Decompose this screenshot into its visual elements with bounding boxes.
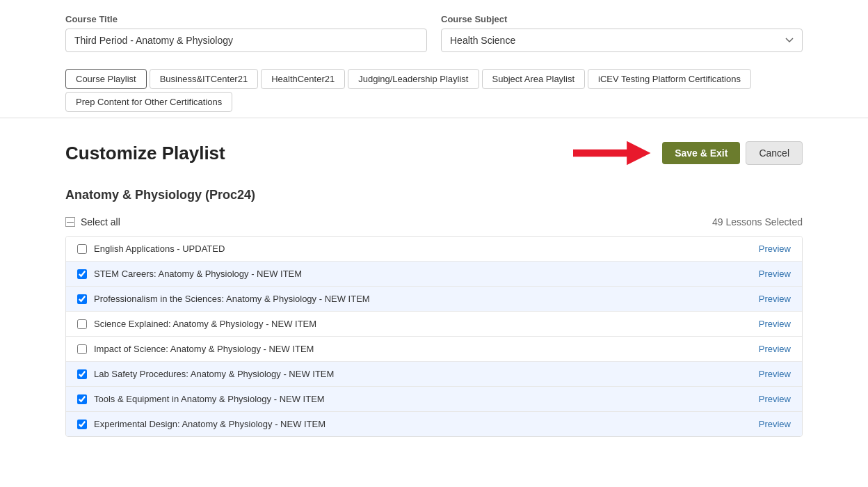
lesson-name: Impact of Science: Anatomy & Physiology … <box>94 344 314 354</box>
select-all-checkbox[interactable] <box>65 217 75 227</box>
lesson-left: Lab Safety Procedures: Anatomy & Physiol… <box>77 369 334 379</box>
arrow-indicator <box>573 132 657 174</box>
title-label: Course Title <box>65 14 427 24</box>
preview-link[interactable]: Preview <box>759 369 791 379</box>
lesson-checkbox[interactable] <box>77 369 87 379</box>
lesson-left: English Applications - UPDATED <box>77 244 225 254</box>
cancel-button[interactable]: Cancel <box>746 141 803 165</box>
lesson-left: Professionalism in the Sciences: Anatomy… <box>77 294 370 304</box>
preview-link[interactable]: Preview <box>759 319 791 329</box>
lesson-checkbox[interactable] <box>77 344 87 354</box>
lesson-name: Tools & Equipment in Anatomy & Physiolog… <box>94 394 325 404</box>
top-section: Course Title Course Subject Health Scien… <box>0 0 868 52</box>
playlist-header: Customize Playlist Save & Exit Cancel <box>65 132 803 174</box>
lesson-checkbox[interactable] <box>77 420 87 429</box>
table-row: Science Explained: Anatomy & Physiology … <box>66 312 802 337</box>
lesson-name: STEM Careers: Anatomy & Physiology - NEW… <box>94 269 302 279</box>
course-subject-select[interactable]: Health Science <box>441 29 803 52</box>
table-row: Tools & Equipment in Anatomy & Physiolog… <box>66 387 802 412</box>
save-exit-button[interactable]: Save & Exit <box>662 142 740 164</box>
lesson-list: English Applications - UPDATEDPreviewSTE… <box>65 236 803 437</box>
lesson-checkbox[interactable] <box>77 269 87 279</box>
preview-link[interactable]: Preview <box>759 244 791 254</box>
main-section: Customize Playlist Save & Exit Cancel An… <box>0 118 868 451</box>
course-title-input[interactable] <box>65 29 427 52</box>
lesson-name: Experimental Design: Anatomy & Physiolog… <box>94 419 326 429</box>
tab-prep-content[interactable]: Prep Content for Other Certifications <box>65 92 232 112</box>
subject-group: Course Subject Health Science <box>441 14 803 52</box>
preview-link[interactable]: Preview <box>759 269 791 279</box>
select-all-left: Select all <box>65 216 120 227</box>
table-row: Lab Safety Procedures: Anatomy & Physiol… <box>66 362 802 387</box>
tab-health-center[interactable]: HealthCenter21 <box>261 69 345 89</box>
select-all-label: Select all <box>81 216 120 227</box>
table-row: Experimental Design: Anatomy & Physiolog… <box>66 412 802 436</box>
tab-judging-leadership[interactable]: Judging/Leadership Playlist <box>348 69 479 89</box>
preview-link[interactable]: Preview <box>759 344 791 354</box>
lesson-left: Tools & Equipment in Anatomy & Physiolog… <box>77 394 325 404</box>
lesson-name: Lab Safety Procedures: Anatomy & Physiol… <box>94 369 334 379</box>
lesson-checkbox[interactable] <box>77 319 87 329</box>
tabs-row: Course PlaylistBusiness&ITCenter21Health… <box>65 63 803 118</box>
page-title: Customize Playlist <box>65 143 225 164</box>
subject-label: Course Subject <box>441 14 803 24</box>
lesson-name: Science Explained: Anatomy & Physiology … <box>94 319 316 329</box>
course-subtitle: Anatomy & Physiology (Proc24) <box>65 188 803 202</box>
preview-link[interactable]: Preview <box>759 419 791 429</box>
preview-link[interactable]: Preview <box>759 394 791 404</box>
tab-icev-testing[interactable]: iCEV Testing Platform Certifications <box>588 69 751 89</box>
lesson-left: Experimental Design: Anatomy & Physiolog… <box>77 419 326 429</box>
form-row: Course Title Course Subject Health Scien… <box>65 14 803 52</box>
preview-link[interactable]: Preview <box>759 294 791 304</box>
select-all-row: Select all 49 Lessons Selected <box>65 214 803 230</box>
lesson-name: English Applications - UPDATED <box>94 244 225 254</box>
lesson-left: STEM Careers: Anatomy & Physiology - NEW… <box>77 269 302 279</box>
lessons-count: 49 Lessons Selected <box>712 216 803 227</box>
table-row: English Applications - UPDATEDPreview <box>66 237 802 262</box>
table-row: Impact of Science: Anatomy & Physiology … <box>66 337 802 362</box>
table-row: Professionalism in the Sciences: Anatomy… <box>66 287 802 312</box>
tab-subject-area[interactable]: Subject Area Playlist <box>482 69 586 89</box>
tab-course-playlist[interactable]: Course Playlist <box>65 69 147 89</box>
lesson-checkbox[interactable] <box>77 244 87 254</box>
tabs-section: Course PlaylistBusiness&ITCenter21Health… <box>0 63 868 118</box>
svg-marker-1 <box>627 141 650 165</box>
arrow-icon <box>573 132 657 174</box>
lesson-name: Professionalism in the Sciences: Anatomy… <box>94 294 370 304</box>
lesson-left: Science Explained: Anatomy & Physiology … <box>77 319 316 329</box>
lesson-left: Impact of Science: Anatomy & Physiology … <box>77 344 314 354</box>
table-row: STEM Careers: Anatomy & Physiology - NEW… <box>66 262 802 287</box>
lesson-checkbox[interactable] <box>77 294 87 304</box>
title-group: Course Title <box>65 14 427 52</box>
lesson-checkbox[interactable] <box>77 394 87 404</box>
tab-business-it[interactable]: Business&ITCenter21 <box>150 69 258 89</box>
header-actions: Save & Exit Cancel <box>573 132 803 174</box>
